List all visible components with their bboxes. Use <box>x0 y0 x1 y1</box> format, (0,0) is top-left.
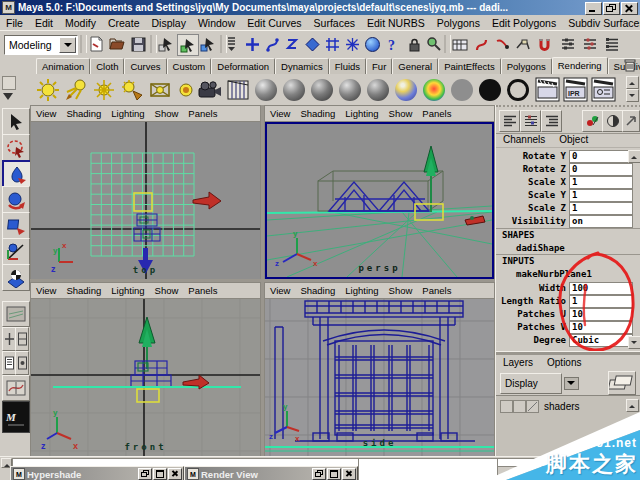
select-tool-button[interactable] <box>2 108 30 135</box>
vp-menu-panels[interactable]: Panels <box>183 285 222 296</box>
manipulator-display-button[interactable] <box>582 110 603 132</box>
object-menu[interactable]: Object <box>552 134 595 145</box>
snap-point-button[interactable] <box>282 34 302 54</box>
menu-edit[interactable]: Edit <box>29 17 59 29</box>
vp-menu-view[interactable]: View <box>265 108 295 119</box>
chevron-down-icon[interactable] <box>59 37 76 53</box>
select-tool-pointer-button[interactable] <box>513 34 533 54</box>
shelf-tab-polygons[interactable]: Polygons <box>501 58 552 74</box>
layer-mode-selector[interactable]: Display <box>500 373 562 394</box>
shelf-tab-fluids[interactable]: Fluids <box>329 58 366 74</box>
shelf-tab-custom[interactable]: Custom <box>167 58 212 74</box>
maximize-button[interactable] <box>153 468 167 480</box>
flat-shader-button[interactable] <box>448 76 475 103</box>
shape-node-name[interactable]: dadiShape <box>516 243 565 253</box>
show-tool-settings-button[interactable] <box>580 34 600 54</box>
input-node-name[interactable]: makeNurbPlane1 <box>516 269 592 279</box>
ipr-render-button[interactable]: IPR <box>562 76 589 103</box>
channels-menu[interactable]: Channels <box>496 134 552 145</box>
vp-menu-panels[interactable]: Panels <box>183 108 222 119</box>
layer-scroll-up-button[interactable] <box>626 399 639 412</box>
shader-ball-blinn-button[interactable] <box>280 76 307 103</box>
restore-button[interactable] <box>603 2 620 15</box>
menu-file[interactable]: File <box>0 17 29 29</box>
create-layer-button[interactable] <box>608 371 636 395</box>
vp-menu-view[interactable]: View <box>31 285 61 296</box>
black-hole-shader-button[interactable] <box>476 76 503 103</box>
shader-ball-phong-button[interactable] <box>336 76 363 103</box>
new-scene-button[interactable] <box>86 34 106 54</box>
channel-value-field[interactable]: 0 <box>569 163 633 176</box>
save-scene-button[interactable] <box>128 34 148 54</box>
close-button[interactable] <box>342 468 356 480</box>
spot-light-button[interactable] <box>118 76 145 103</box>
menu-modify[interactable]: Modify <box>59 17 102 29</box>
render-globals-button[interactable] <box>590 76 617 103</box>
layers-menu[interactable]: Layers <box>496 357 540 368</box>
move-tool-button[interactable] <box>2 160 32 189</box>
restore-button[interactable] <box>312 468 326 480</box>
volume-light-button[interactable] <box>172 76 199 103</box>
vp-menu-panels[interactable]: Panels <box>417 108 456 119</box>
snap-popup-button[interactable] <box>225 34 238 54</box>
help-line-button[interactable]: ? <box>382 34 402 54</box>
shelf-scroll-down-button[interactable] <box>626 89 639 102</box>
paint-effects-shelf-button[interactable] <box>224 76 251 103</box>
construction-history-button[interactable] <box>471 34 491 54</box>
directional-light-button[interactable] <box>62 76 89 103</box>
channel-value-field[interactable]: 1 <box>569 176 633 189</box>
ramp-ball-button[interactable] <box>420 76 447 103</box>
vp-menu-show[interactable]: Show <box>384 285 418 296</box>
snap-grid-button[interactable] <box>242 34 262 54</box>
channel-layout-2-button[interactable] <box>520 110 541 132</box>
restore-button[interactable] <box>138 468 152 480</box>
rotate-tool-button[interactable] <box>2 186 30 213</box>
vp-menu-shading[interactable]: Shading <box>61 285 106 296</box>
channel-scroll-up-button[interactable] <box>628 150 640 163</box>
menu-polygons[interactable]: Polygons <box>431 17 486 29</box>
shelf-popup-button[interactable] <box>2 76 16 90</box>
layout-hypershade-persp-button[interactable] <box>15 351 29 375</box>
channel-value-field[interactable]: 0 <box>569 150 633 163</box>
make-live-button[interactable] <box>322 34 342 54</box>
channel-layout-1-button[interactable] <box>499 110 520 132</box>
snap-curve-button[interactable] <box>262 34 282 54</box>
shelf-menu-arrow[interactable] <box>3 91 13 103</box>
channel-value-field[interactable]: 10 <box>569 321 633 334</box>
input-box-button[interactable] <box>450 34 470 54</box>
minimize-button[interactable] <box>585 2 602 15</box>
layer-name[interactable]: shaders <box>544 401 580 412</box>
viewport-side-canvas[interactable]: y z x side <box>265 299 494 456</box>
area-light-button[interactable] <box>146 76 173 103</box>
shelf-tab-painteffects[interactable]: PaintEffects <box>438 58 501 74</box>
menu-surfaces[interactable]: Surfaces <box>308 17 361 29</box>
layer-color-swatch[interactable] <box>526 400 539 413</box>
snap-viewplane-button[interactable] <box>302 34 322 54</box>
channel-value-field[interactable]: 1 <box>569 189 633 202</box>
viewport-front-canvas[interactable]: y z x front <box>31 299 260 456</box>
layout-persp-outliner-button[interactable] <box>15 327 29 351</box>
channel-value-field[interactable]: 10 <box>569 308 633 321</box>
vp-menu-show[interactable]: Show <box>384 108 418 119</box>
layer-playback-toggle[interactable] <box>513 400 526 413</box>
vp-menu-shading[interactable]: Shading <box>295 285 340 296</box>
shelf-tab-general[interactable]: General <box>392 58 438 74</box>
menu-edit-curves[interactable]: Edit Curves <box>241 17 307 29</box>
shelf-tab-rendering[interactable]: Rendering <box>552 57 608 74</box>
open-scene-button[interactable] <box>107 34 127 54</box>
vp-menu-lighting[interactable]: Lighting <box>340 108 383 119</box>
layout-four-pane-button[interactable] <box>2 327 16 351</box>
select-object-button[interactable] <box>177 34 199 56</box>
point-light-button[interactable] <box>90 76 117 103</box>
menu-create[interactable]: Create <box>102 17 146 29</box>
channel-value-field[interactable]: 1 <box>569 202 633 215</box>
channel-scroll-down-button[interactable] <box>628 336 640 349</box>
camera-button[interactable] <box>196 76 223 103</box>
show-manipulator-tool-button[interactable] <box>2 264 30 291</box>
vp-menu-shading[interactable]: Shading <box>61 108 106 119</box>
shader-ball-anisotropic-button[interactable] <box>252 76 279 103</box>
vp-menu-lighting[interactable]: Lighting <box>340 285 383 296</box>
show-attribute-editor-button[interactable] <box>558 34 578 54</box>
layer-visibility-toggle[interactable] <box>500 400 513 413</box>
snap-magnet-button[interactable] <box>534 34 554 54</box>
